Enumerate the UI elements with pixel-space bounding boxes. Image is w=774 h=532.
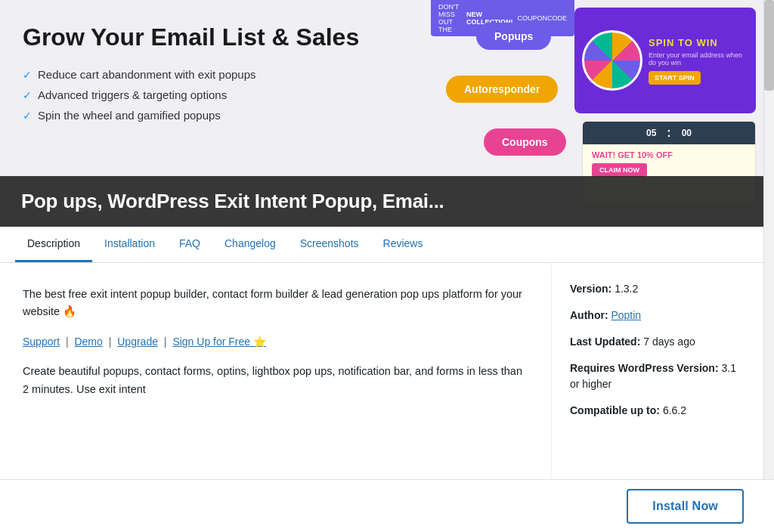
countdown-wait-text: WAIT! GET 10% OFF: [592, 150, 746, 159]
popup-btn-popups: Popups: [476, 23, 551, 50]
pipe-1: |: [66, 336, 69, 348]
spin-button: START SPIN: [649, 71, 701, 85]
plugin-secondary-description: Create beautiful popups, contact forms, …: [23, 363, 528, 397]
plugin-main-description: The best free exit intent popup builder,…: [23, 286, 528, 320]
tab-reviews[interactable]: Reviews: [371, 227, 435, 262]
plugin-title-text: Pop ups, WordPress Exit Intent Popup, Em…: [21, 190, 444, 212]
author-link[interactable]: Poptin: [611, 309, 641, 321]
check-icon-3: ✓: [23, 110, 32, 122]
install-now-button[interactable]: Install Now: [627, 489, 744, 524]
popup-btn-autoresponder: Autoresponder: [446, 76, 558, 103]
pipe-3: |: [164, 336, 167, 348]
meta-wp-version: Requires WordPress Version: 3.1 or highe…: [570, 360, 745, 392]
spin-title: SPIN TO WIN: [649, 37, 748, 48]
countdown-minutes: 00: [676, 125, 698, 141]
wp-version-label: Requires WordPress Version:: [570, 362, 719, 374]
plugin-links: Support | Demo | Upgrade | Sign Up for F…: [23, 336, 528, 348]
hero-section: Grow Your Email List & Sales ✓ Reduce ca…: [0, 0, 763, 227]
demo-link[interactable]: Demo: [74, 336, 102, 348]
version-value: 1.3.2: [615, 283, 638, 295]
meta-updated: Last Updated: 7 days ago: [570, 334, 745, 350]
plugin-title-overlay: Pop ups, WordPress Exit Intent Popup, Em…: [0, 176, 763, 227]
updated-label: Last Updated:: [570, 336, 640, 348]
compatible-value: 6.6.2: [663, 404, 686, 416]
meta-compatible: Compatible up to: 6.6.2: [570, 403, 745, 419]
spin-text-area: SPIN TO WIN Enter your email address whe…: [649, 37, 748, 85]
meta-version: Version: 1.3.2: [570, 281, 745, 297]
feature-item-1: ✓ Reduce cart abandonment with exit popu…: [23, 68, 385, 81]
popup-btn-coupons: Coupons: [484, 128, 566, 156]
feature-item-2: ✓ Advanced triggers & targeting options: [23, 88, 385, 101]
bottom-bar: Install Now: [0, 479, 774, 532]
hero-left: Grow Your Email List & Sales ✓ Reduce ca…: [23, 23, 385, 129]
hero-title: Grow Your Email List & Sales: [23, 23, 385, 51]
check-icon-1: ✓: [23, 69, 32, 81]
feature-item-3: ✓ Spin the wheel and gamified popups: [23, 109, 385, 122]
scrollbar[interactable]: [763, 0, 774, 532]
countdown-hours: 05: [640, 125, 662, 141]
tab-screenshots[interactable]: Screenshots: [288, 227, 371, 262]
support-link[interactable]: Support: [23, 336, 60, 348]
tab-changelog[interactable]: Changelog: [212, 227, 288, 262]
version-label: Version:: [570, 283, 611, 295]
countdown-header: 05 : 00: [583, 122, 755, 144]
updated-value: 7 days ago: [643, 336, 695, 348]
scrollbar-thumb[interactable]: [764, 0, 774, 91]
check-icon-2: ✓: [23, 89, 32, 101]
tab-faq[interactable]: FAQ: [167, 227, 212, 262]
spin-subtitle: Enter your email address when do you win: [649, 51, 748, 66]
compatible-label: Compatible up to:: [570, 404, 660, 416]
tab-description[interactable]: Description: [15, 227, 92, 262]
spin-wheel: [582, 30, 642, 91]
countdown-cta: CLAIM NOW: [592, 163, 647, 177]
meta-author: Author: Poptin: [570, 308, 745, 323]
signup-link[interactable]: Sign Up for Free ⭐: [172, 336, 266, 348]
tab-installation[interactable]: Installation: [92, 227, 167, 262]
hero-features: ✓ Reduce cart abandonment with exit popu…: [23, 68, 385, 122]
spin-widget: SPIN TO WIN Enter your email address whe…: [574, 8, 756, 113]
pipe-2: |: [109, 336, 112, 348]
tabs-navigation: Description Installation FAQ Changelog S…: [0, 227, 763, 263]
upgrade-link[interactable]: Upgrade: [117, 336, 158, 348]
author-label: Author:: [570, 309, 608, 321]
